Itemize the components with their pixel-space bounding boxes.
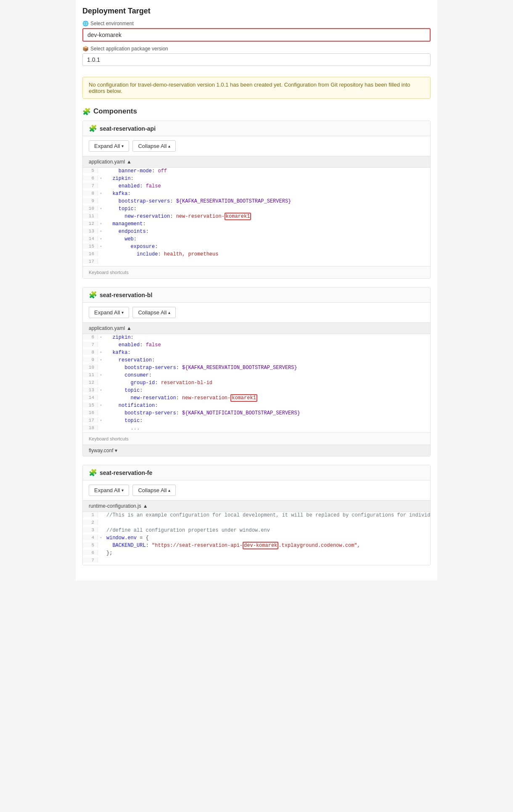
code-line: 11 ▾ consumer:	[83, 372, 430, 380]
code-line: 2	[83, 519, 430, 527]
collapse-all-button-api[interactable]: Collapse All ▴	[132, 140, 176, 152]
code-editor-bl: 6 ▾ zipkin: 7 enabled: false 8 ▾ kafka: …	[83, 334, 430, 432]
expand-chevron-bl: ▾	[122, 310, 124, 315]
environment-icon: 🌐	[82, 21, 89, 26]
component-name-bl: seat-reservation-bl	[100, 292, 152, 298]
code-line: 11 new-reservation: new-reservation-koma…	[83, 213, 430, 221]
component-puzzle-icon-api: 🧩	[89, 124, 97, 132]
component-block-bl: 🧩 seat-reservation-bl Expand All ▾ Colla…	[82, 287, 431, 456]
code-line: 7 enabled: false	[83, 342, 430, 349]
editor-toolbar-api: Expand All ▾ Collapse All ▴	[83, 136, 430, 156]
expand-all-button-api[interactable]: Expand All ▾	[89, 140, 129, 152]
components-title: 🧩 Components	[82, 107, 431, 116]
code-line: 12 ▾ management:	[83, 221, 430, 228]
code-line: 8 ▾ kafka:	[83, 349, 430, 357]
code-line: 6 ▾ zipkin:	[83, 175, 430, 183]
environment-label: 🌐 Select environment	[82, 21, 431, 26]
collapse-chevron-api: ▴	[168, 144, 170, 148]
code-line: 9 bootstrap-servers: ${KAFKA_RESERVATION…	[83, 198, 430, 206]
code-line: 7 enabled: false	[83, 183, 430, 190]
component-header-api: 🧩 seat-reservation-api	[83, 121, 430, 136]
expand-chevron-api: ▾	[122, 144, 124, 148]
code-line: 8 ▾ kafka:	[83, 190, 430, 198]
file-arrow-bl-yaml: ▲	[127, 325, 132, 331]
code-line: 5 banner-mode: off	[83, 168, 430, 175]
code-line: 13 ▾ topic:	[83, 387, 430, 395]
code-line: 1 //This is an example configuration for…	[83, 512, 430, 519]
code-line: 6 };	[83, 550, 430, 557]
version-input[interactable]	[82, 53, 431, 66]
editor-toolbar-fe: Expand All ▾ Collapse All ▴	[83, 480, 430, 501]
code-line: 14 ▾ web:	[83, 236, 430, 243]
code-line: 17	[83, 258, 430, 266]
code-editor-api: 5 banner-mode: off 6 ▾ zipkin: 7 enabled…	[83, 168, 430, 266]
component-name-fe: seat-reservation-fe	[100, 469, 152, 476]
file-tab-api-yaml[interactable]: application.yaml ▲	[83, 156, 430, 168]
code-line: 5 BACKEND_URL: "https://seat-reservation…	[83, 542, 430, 550]
file-tab-bl-yaml[interactable]: application.yaml ▲	[83, 323, 430, 334]
component-block-fe: 🧩 seat-reservation-fe Expand All ▾ Colla…	[82, 465, 431, 565]
component-header-fe: 🧩 seat-reservation-fe	[83, 465, 430, 480]
code-line: 12 group-id: reservation-bl-id	[83, 380, 430, 387]
file-tab-fe-js[interactable]: runtime-configuration.js ▲	[83, 501, 430, 512]
code-line: 10 ▾ topic:	[83, 206, 430, 213]
code-editor-fe: 1 //This is an example configuration for…	[83, 512, 430, 565]
code-line: 16 bootstrap-servers: ${KAFKA_NOTIFICATI…	[83, 410, 430, 417]
collapse-all-button-bl[interactable]: Collapse All ▴	[132, 307, 176, 318]
code-line: 6 ▾ zipkin:	[83, 334, 430, 342]
file-name-api-yaml: application.yaml	[89, 159, 125, 165]
flyway-filename: flyway.conf	[89, 448, 113, 453]
code-line: 15 ▾ notification:	[83, 402, 430, 410]
code-line: 17 ▾ topic:	[83, 417, 430, 425]
component-header-bl: 🧩 seat-reservation-bl	[83, 287, 430, 303]
environment-input[interactable]	[82, 28, 431, 42]
code-line: 15 ▾ exposure:	[83, 243, 430, 251]
file-name-fe-js: runtime-configuration.js	[89, 503, 141, 509]
deployment-target-title: Deployment Target	[82, 7, 431, 16]
keyboard-shortcuts-api[interactable]: Keyboard shortcuts	[83, 266, 430, 278]
flyway-arrow: ▾	[115, 448, 117, 453]
components-section: 🧩 Components 🧩 seat-reservation-api Expa…	[82, 107, 431, 565]
expand-all-button-fe[interactable]: Expand All ▾	[89, 485, 129, 496]
code-line: 14 new-reservation: new-reservation-koma…	[83, 395, 430, 402]
editor-toolbar-bl: Expand All ▾ Collapse All ▴	[83, 303, 430, 323]
component-puzzle-icon-bl: 🧩	[89, 291, 97, 299]
code-line: 9 ▾ reservation:	[83, 357, 430, 364]
collapse-chevron-bl: ▴	[168, 310, 170, 315]
code-line: 18 ...	[83, 425, 430, 432]
version-label: 📦 Select application package version	[82, 46, 431, 52]
collapse-all-button-fe[interactable]: Collapse All ▴	[132, 485, 176, 496]
expand-chevron-fe: ▾	[122, 488, 124, 493]
code-line: 3 //define all configuration properties …	[83, 527, 430, 535]
expand-all-button-bl[interactable]: Expand All ▾	[89, 307, 129, 318]
warning-banner: No configuration for travel-demo-reserva…	[82, 77, 431, 99]
puzzle-icon: 🧩	[82, 108, 91, 116]
page-container: Deployment Target 🌐 Select environment 📦…	[76, 0, 437, 580]
component-puzzle-icon-fe: 🧩	[89, 469, 97, 477]
file-arrow-api-yaml: ▲	[127, 159, 132, 165]
version-icon: 📦	[82, 46, 89, 52]
keyboard-shortcuts-bl[interactable]: Keyboard shortcuts	[83, 432, 430, 445]
code-line: 10 bootstrap-servers: ${KAFKA_RESERVATIO…	[83, 364, 430, 372]
code-line: 4 ▾ window.env = {	[83, 535, 430, 542]
file-arrow-fe-js: ▲	[143, 503, 148, 509]
code-line: 7	[83, 557, 430, 565]
file-tab-bl-flyway[interactable]: flyway.conf ▾	[83, 445, 430, 456]
code-line: 16 include: health, prometheus	[83, 251, 430, 258]
file-name-bl-yaml: application.yaml	[89, 325, 125, 331]
code-line: 13 ▾ endpoints:	[83, 228, 430, 236]
component-block-api: 🧩 seat-reservation-api Expand All ▾ Coll…	[82, 121, 431, 279]
deployment-target-section: Deployment Target 🌐 Select environment 📦…	[82, 7, 431, 70]
component-name-api: seat-reservation-api	[100, 125, 156, 132]
collapse-chevron-fe: ▴	[168, 488, 170, 493]
